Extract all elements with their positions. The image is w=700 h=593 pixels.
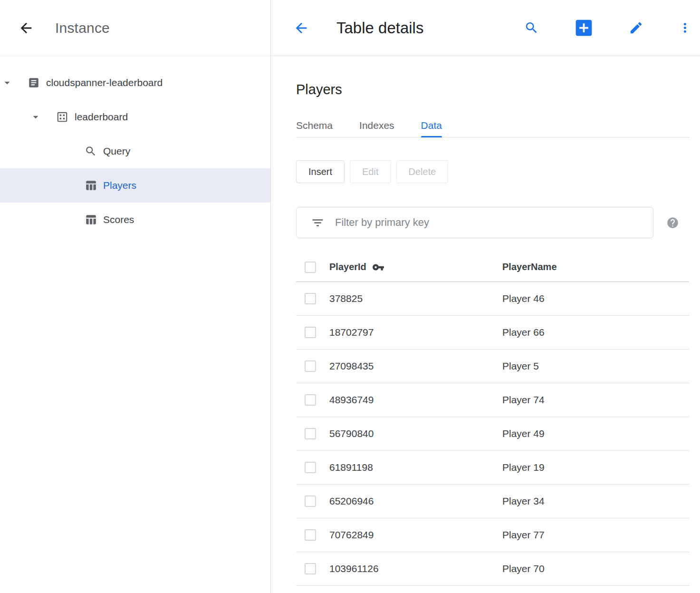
sidebar-title: Instance: [55, 20, 110, 36]
column-header-playerid: PlayerId: [329, 261, 502, 273]
page-header-title: Table details: [336, 19, 423, 37]
sidebar-item-label: Query: [103, 146, 130, 157]
header-actions: [524, 17, 696, 39]
table-row: 56790840 Player 49: [296, 417, 689, 451]
sidebar-header: Instance: [0, 0, 270, 56]
tree-node-database[interactable]: leaderboard: [0, 100, 270, 134]
header-checkbox-cell: [296, 262, 329, 273]
instance-document-icon: [28, 77, 40, 89]
main-panel: Table details Players Schema: [271, 0, 700, 593]
table-row: 61891198 Player 19: [296, 451, 689, 485]
column-label: PlayerName: [502, 262, 557, 272]
sidebar-item-label: Players: [103, 180, 136, 191]
player-name-cell: Player 66: [502, 327, 689, 338]
table-row: 378825 Player 46: [296, 282, 689, 316]
instance-name: cloudspanner-leaderboard: [46, 77, 163, 88]
row-checkbox-cell: [296, 563, 329, 574]
insert-button[interactable]: Insert: [296, 160, 345, 183]
back-arrow-icon[interactable]: [293, 20, 309, 36]
row-checkbox-cell: [296, 428, 329, 439]
player-name-cell: Player 74: [502, 394, 689, 406]
player-id-cell: 103961126: [329, 563, 502, 574]
row-checkbox[interactable]: [305, 496, 316, 507]
row-checkbox[interactable]: [305, 327, 316, 338]
filter-box: [296, 207, 653, 238]
row-checkbox[interactable]: [305, 394, 316, 406]
row-checkbox-cell: [296, 327, 329, 338]
row-checkbox[interactable]: [305, 462, 316, 473]
row-checkbox-cell: [296, 360, 329, 372]
table-row: 65206946 Player 34: [296, 485, 689, 518]
row-checkbox-cell: [296, 529, 329, 541]
database-icon: [56, 111, 68, 123]
row-checkbox[interactable]: [305, 563, 316, 574]
player-id-cell: 27098435: [329, 360, 502, 372]
tab-data[interactable]: Data: [421, 114, 442, 137]
tab-schema[interactable]: Schema: [296, 114, 333, 137]
search-icon[interactable]: [524, 20, 539, 35]
database-name: leaderboard: [75, 111, 128, 123]
player-id-cell: 48936749: [329, 394, 502, 406]
tab-indexes[interactable]: Indexes: [359, 114, 394, 137]
player-id-cell: 56790840: [329, 428, 502, 439]
table-icon: [85, 179, 97, 192]
collapse-arrow-icon[interactable]: [1, 77, 13, 89]
row-checkbox-cell: [296, 394, 329, 406]
main-header: Table details: [271, 0, 700, 56]
help-icon[interactable]: [666, 216, 679, 229]
table-row: 70762849 Player 77: [296, 518, 689, 552]
player-name-cell: Player 70: [502, 563, 689, 574]
player-name-cell: Player 34: [502, 496, 689, 507]
player-name-cell: Player 46: [502, 293, 689, 304]
delete-button: Delete: [396, 160, 449, 183]
player-id-cell: 378825: [329, 293, 502, 304]
row-checkbox-cell: [296, 293, 329, 304]
app-window: Instance cloudspanner-leaderboard: [0, 0, 700, 593]
edit-pencil-icon[interactable]: [629, 20, 643, 35]
filter-row: [296, 207, 689, 238]
more-vert-icon[interactable]: [678, 20, 692, 35]
column-header-playername: PlayerName: [502, 262, 689, 272]
table-row: 18702797 Player 66: [296, 316, 689, 350]
sidebar-item-query[interactable]: Query: [0, 134, 270, 168]
sidebar: Instance cloudspanner-leaderboard: [0, 0, 271, 593]
edit-button: Edit: [350, 160, 391, 183]
player-name-cell: Player 49: [502, 428, 689, 439]
player-id-cell: 18702797: [329, 327, 502, 338]
player-name-cell: Player 5: [502, 360, 689, 372]
player-name-cell: Player 19: [502, 462, 689, 473]
table-details-content: Players Schema Indexes Data Insert Edit …: [271, 56, 700, 586]
add-row-button[interactable]: [573, 17, 595, 39]
sidebar-item-label: Scores: [103, 214, 134, 225]
primary-key-icon: [372, 261, 384, 273]
table-row: 27098435 Player 5: [296, 350, 689, 383]
row-checkbox[interactable]: [305, 428, 316, 439]
row-checkbox[interactable]: [305, 360, 316, 372]
column-label: PlayerId: [329, 262, 366, 272]
tab-bar: Schema Indexes Data: [296, 114, 689, 137]
player-id-cell: 70762849: [329, 529, 502, 541]
sidebar-item-players[interactable]: Players: [0, 168, 270, 203]
table-row: 48936749 Player 74: [296, 383, 689, 417]
table-header-row: PlayerId PlayerName: [296, 253, 689, 282]
filter-list-icon: [311, 216, 325, 230]
sidebar-item-scores[interactable]: Scores: [0, 203, 270, 237]
row-checkbox[interactable]: [305, 529, 316, 541]
select-all-checkbox[interactable]: [305, 262, 316, 273]
player-id-cell: 61891198: [329, 462, 502, 473]
collapse-arrow-icon[interactable]: [29, 111, 42, 123]
table-body: 378825 Player 46 18702797 Player 66 2709…: [296, 282, 689, 586]
navigation-tree: cloudspanner-leaderboard leaderboard: [0, 56, 270, 237]
row-checkbox[interactable]: [305, 293, 316, 304]
player-name-cell: Player 77: [502, 529, 689, 541]
back-arrow-icon[interactable]: [18, 20, 34, 36]
filter-input[interactable]: [335, 216, 643, 229]
player-id-cell: 65206946: [329, 496, 502, 507]
row-checkbox-cell: [296, 496, 329, 507]
table-icon: [85, 214, 97, 226]
tree-node-instance[interactable]: cloudspanner-leaderboard: [0, 66, 270, 100]
search-icon: [85, 145, 97, 157]
table-row: 103961126 Player 70: [296, 552, 689, 586]
row-checkbox-cell: [296, 462, 329, 473]
row-actions-toolbar: Insert Edit Delete: [296, 160, 689, 183]
